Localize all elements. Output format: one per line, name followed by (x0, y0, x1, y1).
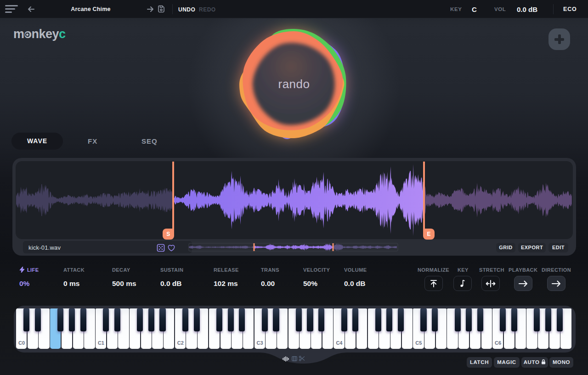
svg-text:rando: rando (278, 77, 310, 91)
